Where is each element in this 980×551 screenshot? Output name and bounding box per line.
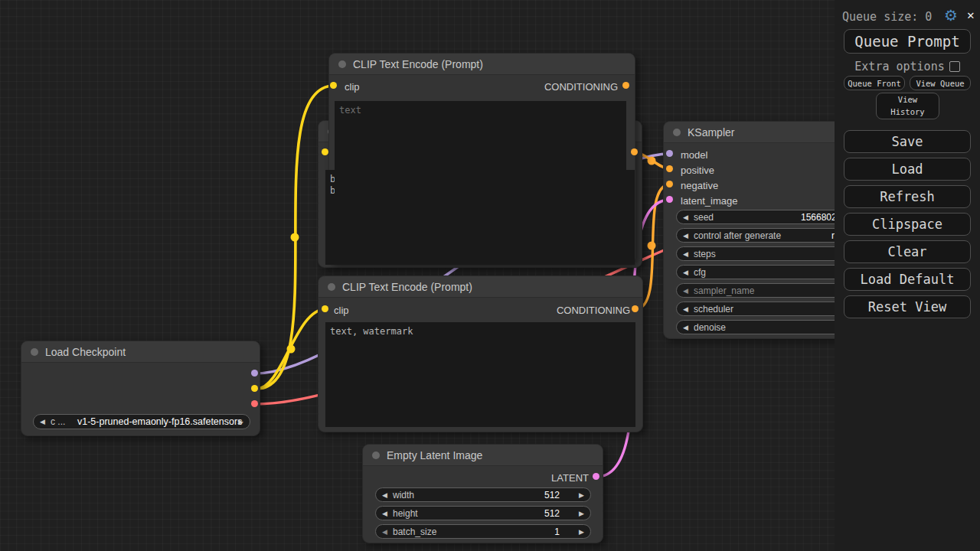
ckpt-name-widget[interactable]: ◀ c ... v1-5-pruned-emaonly-fp16.safeten…: [33, 414, 250, 429]
node-title-bar[interactable]: Load Checkpoint: [21, 341, 260, 363]
link-dot: [291, 233, 299, 242]
widget-value: 1: [554, 527, 560, 537]
node-title: Load Checkpoint: [45, 346, 126, 358]
node-load-checkpoint[interactable]: Load Checkpoint MODEL CLIP VAE ◀ c ... v…: [21, 341, 260, 436]
clipspace-button[interactable]: Clipspace: [844, 213, 971, 236]
node-empty-latent-image[interactable]: Empty Latent Image LATENT ◀ width 512 ▶ …: [362, 444, 603, 543]
input-dot-positive[interactable]: [666, 165, 673, 172]
view-queue-button[interactable]: View Queue: [910, 76, 971, 90]
increment-arrow-icon[interactable]: ▶: [579, 528, 584, 536]
output-dot-conditioning[interactable]: [632, 305, 639, 312]
output-label-latent: LATENT: [512, 472, 589, 484]
settings-gear-icon[interactable]: ⚙: [944, 6, 958, 24]
height-widget[interactable]: ◀ height 512 ▶: [375, 506, 591, 520]
node-canvas[interactable]: Load Checkpoint MODEL CLIP VAE ◀ c ... v…: [0, 0, 980, 551]
decrement-arrow-icon[interactable]: ◀: [382, 528, 387, 536]
widget-value: 512: [544, 490, 560, 500]
widget-label: cfg: [694, 267, 706, 278]
collapse-dot[interactable]: [673, 129, 681, 136]
decrement-arrow-icon[interactable]: ◀: [683, 214, 688, 221]
load-default-button[interactable]: Load Default: [844, 268, 971, 291]
output-dot-conditioning[interactable]: [631, 148, 638, 155]
prompt-textarea-empty[interactable]: text: [335, 101, 626, 259]
link-dot: [287, 345, 296, 354]
width-widget[interactable]: ◀ width 512 ▶: [375, 487, 591, 502]
input-label-clip: clip: [345, 81, 360, 93]
collapse-dot[interactable]: [338, 60, 346, 68]
node-title: CLIP Text Encode (Prompt): [342, 281, 472, 293]
decrement-arrow-icon[interactable]: ◀: [683, 324, 688, 331]
input-dot-model[interactable]: [666, 150, 673, 157]
widget-label: sampler_name: [694, 285, 754, 296]
output-dot-conditioning[interactable]: [622, 82, 629, 89]
extra-options-label: Extra options: [854, 60, 944, 73]
node-title: KSampler: [688, 126, 734, 139]
input-dot-negative[interactable]: [666, 181, 673, 187]
input-dot-latent-image[interactable]: [666, 196, 673, 203]
comfy-menu: Queue size: 0 ⚙ ✕ Queue Prompt Extra opt…: [835, 0, 980, 551]
clear-button[interactable]: Clear: [844, 240, 971, 263]
extra-options-checkbox[interactable]: [949, 61, 960, 72]
collapse-dot[interactable]: [372, 452, 380, 459]
node-title: CLIP Text Encode (Prompt): [353, 58, 483, 70]
output-dot-clip[interactable]: [251, 385, 258, 392]
output-label-conditioning: CONDITIONING: [541, 81, 618, 93]
close-icon[interactable]: ✕: [967, 8, 975, 22]
collapse-dot[interactable]: [328, 283, 335, 291]
collapse-dot[interactable]: [31, 348, 38, 356]
widget-label: control after generate: [694, 230, 781, 241]
reset-view-button[interactable]: Reset View: [844, 295, 971, 318]
increment-arrow-icon[interactable]: ▶: [579, 491, 584, 499]
widget-label: steps: [694, 249, 716, 259]
input-label-clip: clip: [334, 305, 349, 316]
decrement-arrow-icon[interactable]: ◀: [683, 287, 688, 295]
decrement-arrow-icon[interactable]: ◀: [382, 510, 387, 517]
batch-size-widget[interactable]: ◀ batch_size 1 ▶: [375, 524, 591, 539]
load-button[interactable]: Load: [844, 158, 971, 181]
link-dot: [648, 242, 656, 250]
decrement-arrow-icon[interactable]: ◀: [683, 250, 688, 258]
input-label-latent-image: latent_image: [681, 195, 737, 207]
negative-prompt-textarea[interactable]: text, watermark: [325, 322, 635, 427]
queue-front-button[interactable]: Queue Front: [844, 76, 905, 90]
decrement-arrow-icon[interactable]: ◀: [683, 232, 688, 240]
decrement-arrow-icon[interactable]: ◀: [683, 269, 688, 276]
output-dot-model[interactable]: [251, 370, 258, 377]
decrement-arrow-icon[interactable]: ◀: [40, 418, 45, 425]
output-dot-vae[interactable]: [251, 400, 258, 407]
increment-arrow-icon[interactable]: ▶: [238, 418, 243, 425]
view-history-button[interactable]: View History: [876, 93, 939, 119]
widget-label: seed: [694, 212, 714, 223]
increment-arrow-icon[interactable]: ▶: [579, 510, 584, 517]
input-dot-clip[interactable]: [322, 305, 328, 312]
widget-label: c ...: [51, 416, 65, 427]
widget-label: height: [393, 508, 418, 519]
input-dot-clip[interactable]: [322, 148, 328, 155]
input-label-model: model: [681, 149, 707, 161]
input-dot-clip[interactable]: [330, 82, 337, 89]
widget-label: batch_size: [393, 527, 436, 537]
widget-value: 512: [544, 508, 560, 519]
widget-label: scheduler: [694, 304, 733, 315]
queue-prompt-button[interactable]: Queue Prompt: [844, 29, 971, 54]
input-label-positive: positive: [681, 165, 714, 176]
widget-value: v1-5-pruned-emaonly-fp16.safetensors: [77, 416, 242, 427]
node-title-bar[interactable]: Empty Latent Image: [363, 445, 603, 466]
node-title-bar[interactable]: CLIP Text Encode (Prompt): [318, 276, 642, 298]
widget-label: denoise: [694, 322, 726, 333]
queue-size-label: Queue size: 0: [842, 10, 932, 24]
node-clip-text-encode-negative[interactable]: CLIP Text Encode (Prompt) clip CONDITION…: [318, 276, 643, 432]
widget-label: width: [393, 490, 414, 500]
link-dot: [648, 157, 656, 165]
save-button[interactable]: Save: [844, 130, 971, 153]
decrement-arrow-icon[interactable]: ◀: [382, 491, 387, 499]
refresh-button[interactable]: Refresh: [844, 185, 971, 208]
decrement-arrow-icon[interactable]: ◀: [683, 305, 688, 313]
node-title-bar[interactable]: CLIP Text Encode (Prompt): [329, 54, 635, 75]
output-dot-latent[interactable]: [593, 473, 599, 480]
output-label-conditioning: CONDITIONING: [554, 305, 630, 316]
node-title: Empty Latent Image: [387, 449, 482, 461]
input-label-negative: negative: [681, 180, 718, 191]
